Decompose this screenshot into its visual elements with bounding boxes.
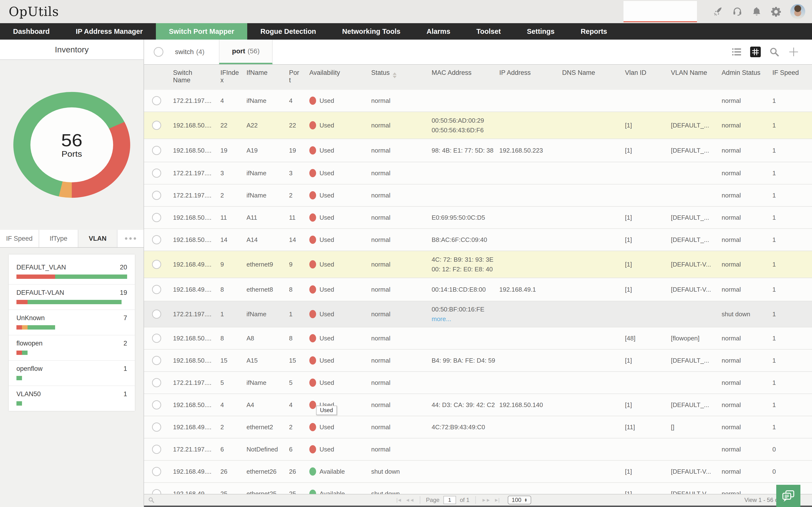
mac-address-line1: 4C: 72: B9: 31: 93: 3E — [432, 255, 495, 264]
vlan-list-item[interactable]: openflow1 — [9, 361, 135, 386]
if-speed-cell-value: 1 — [772, 379, 776, 386]
table-row[interactable]: 172.21.197....2ifName2Usednormalnormal1 — [144, 184, 812, 207]
mac-more-link[interactable]: more... — [432, 314, 495, 324]
row-radio[interactable] — [152, 378, 161, 387]
switch-name-cell-value: 192.168.49.... — [173, 286, 211, 293]
list-view-icon[interactable] — [731, 47, 742, 57]
support-headset-icon[interactable] — [732, 6, 743, 17]
table-row[interactable]: 192.168.50....22A2222Usednormal00:50:56:… — [144, 112, 812, 139]
table-row[interactable]: 192.168.50....14A1414UsednormalB8:AC:6F:… — [144, 229, 812, 251]
column-header-ip[interactable]: IP Address — [499, 65, 562, 76]
row-select-cell — [144, 334, 173, 343]
column-header-admin_status[interactable]: Admin Status — [722, 65, 772, 76]
nav-tab-dashboard[interactable]: Dashboard — [0, 23, 63, 40]
prev-page-button[interactable]: ◄◄ — [405, 497, 414, 503]
table-row[interactable]: 192.168.50....15A1515UsednormalB4: 99: B… — [144, 350, 812, 372]
next-page-button[interactable]: ►► — [481, 497, 490, 503]
launch-rocket-icon[interactable] — [713, 6, 723, 17]
column-header-vlan_id[interactable]: Vlan ID — [625, 65, 671, 76]
vlan-list-item[interactable]: flowopen2 — [9, 335, 135, 361]
vlan-list-item[interactable]: VLAN501 — [9, 386, 135, 411]
ports-donut-chart[interactable]: 56 Ports — [13, 92, 130, 198]
column-header-status[interactable]: Status — [371, 65, 432, 80]
select-all-radio[interactable] — [154, 47, 163, 57]
sort-arrows-icon[interactable] — [393, 70, 397, 80]
table-row[interactable]: 192.168.50....19A1919Usednormal98: 4B: E… — [144, 139, 812, 162]
nav-tab-settings[interactable]: Settings — [514, 23, 567, 40]
row-radio[interactable] — [152, 169, 161, 178]
row-radio[interactable] — [152, 260, 161, 269]
first-page-button[interactable]: |◄ — [396, 497, 401, 503]
tab-switch[interactable]: switch (4) — [163, 40, 219, 64]
vlan-name-cell-value: [DEFAULT_... — [671, 122, 709, 129]
table-row[interactable]: 192.168.49....9ethernet99Usednormal4C: 7… — [144, 251, 812, 278]
ifname-cell: ifName — [247, 379, 289, 387]
page-number-input[interactable] — [444, 496, 456, 504]
sidebar-tabs-more-icon[interactable] — [117, 230, 144, 247]
row-radio[interactable] — [152, 309, 161, 319]
availability-dot — [309, 213, 316, 222]
column-header-mac[interactable]: MAC Address — [432, 65, 499, 76]
vlan-list-item[interactable]: UnKnown7 — [9, 310, 135, 335]
row-radio[interactable] — [152, 422, 161, 432]
nav-tab-toolset[interactable]: Toolset — [463, 23, 514, 40]
column-header-vlan_name[interactable]: VLAN Name — [671, 65, 722, 76]
table-row[interactable]: 172.21.197....4ifName4Usednormalnormal1 — [144, 90, 812, 112]
sidebar-tab-vlan[interactable]: VLAN — [78, 230, 117, 247]
row-radio[interactable] — [152, 191, 161, 200]
header-search-field[interactable] — [623, 1, 697, 22]
row-radio[interactable] — [152, 334, 161, 343]
column-header-if_speed[interactable]: IF Speed — [772, 65, 812, 76]
row-radio[interactable] — [152, 213, 161, 222]
vlan-list-item[interactable]: DEFAULT_VLAN20 — [9, 259, 135, 285]
row-radio[interactable] — [152, 235, 161, 244]
row-radio[interactable] — [152, 285, 161, 294]
row-radio[interactable] — [152, 96, 161, 105]
row-radio[interactable] — [152, 356, 161, 365]
table-row[interactable]: 172.21.197....3ifName3Usednormalnormal1 — [144, 162, 812, 184]
column-header-ifindex[interactable]: IFIndex — [220, 65, 247, 84]
sidebar-tab-if-speed[interactable]: IF Speed — [0, 230, 39, 247]
table-row[interactable]: 192.168.50....11A1111UsednormalE0:69:95:… — [144, 207, 812, 229]
table-row[interactable]: 172.21.197....1ifName1Usednormal00:50:BF… — [144, 301, 812, 327]
nav-tab-ip-address-manager[interactable]: IP Address Manager — [63, 23, 156, 40]
nav-tab-rogue-detection[interactable]: Rogue Detection — [247, 23, 329, 40]
grid-view-icon[interactable] — [750, 47, 761, 57]
table-row[interactable]: 192.168.49....2ethernet22Usednormal4C:72… — [144, 416, 812, 439]
column-header-dns[interactable]: DNS Name — [562, 65, 625, 76]
table-row[interactable]: 192.168.49....8ethernet88Usednormal00:14… — [144, 278, 812, 301]
nav-tab-alarms[interactable]: Alarms — [413, 23, 463, 40]
add-icon[interactable] — [788, 46, 800, 58]
last-page-button[interactable]: ►| — [494, 497, 499, 503]
table-row[interactable]: 192.168.49....26ethernet2626Availableshu… — [144, 461, 812, 483]
row-radio[interactable] — [152, 467, 161, 476]
table-row[interactable]: 172.21.197....5ifName5Usednormalnormal1 — [144, 372, 812, 394]
column-header-availability[interactable]: Availability — [309, 65, 371, 76]
tab-port[interactable]: port (56) — [219, 40, 272, 64]
column-header-port[interactable]: Port — [289, 65, 309, 84]
nav-tab-reports[interactable]: Reports — [568, 23, 620, 40]
settings-gear-icon[interactable] — [771, 6, 781, 17]
vlan-list-item[interactable]: DEFAULT-VLAN19 — [9, 285, 135, 310]
table-row[interactable]: 192.168.50....4A44Usednormal44: D3: CA: … — [144, 394, 812, 416]
footer-search-icon[interactable] — [148, 497, 155, 503]
notifications-bell-icon[interactable] — [752, 6, 762, 17]
nav-tab-switch-port-mapper[interactable]: Switch Port Mapper — [156, 23, 248, 40]
row-radio[interactable] — [152, 445, 161, 454]
feedback-chat-button[interactable] — [776, 485, 800, 507]
search-icon[interactable] — [769, 47, 779, 57]
availability-label: Used — [319, 169, 334, 177]
row-radio[interactable] — [152, 146, 161, 155]
user-avatar[interactable] — [790, 4, 805, 19]
table-row[interactable]: 192.168.50....8A88Usednormal[48][flowope… — [144, 327, 812, 350]
row-radio[interactable] — [152, 121, 161, 130]
column-header-switch_name[interactable]: Switch Name — [173, 65, 220, 84]
row-radio[interactable] — [152, 400, 161, 409]
column-header-check[interactable] — [144, 65, 173, 69]
sidebar-tab-iftype[interactable]: IfType — [39, 230, 78, 247]
column-header-ifname[interactable]: IfName — [247, 65, 289, 76]
table-row[interactable]: 172.21.197....6NotDefined6Usednormalnorm… — [144, 439, 812, 461]
vlan-name-cell: [DEFAULT-V... — [671, 468, 722, 475]
nav-tab-networking-tools[interactable]: Networking Tools — [329, 23, 413, 40]
page-size-select[interactable]: 100 ▲▼ — [508, 496, 531, 504]
